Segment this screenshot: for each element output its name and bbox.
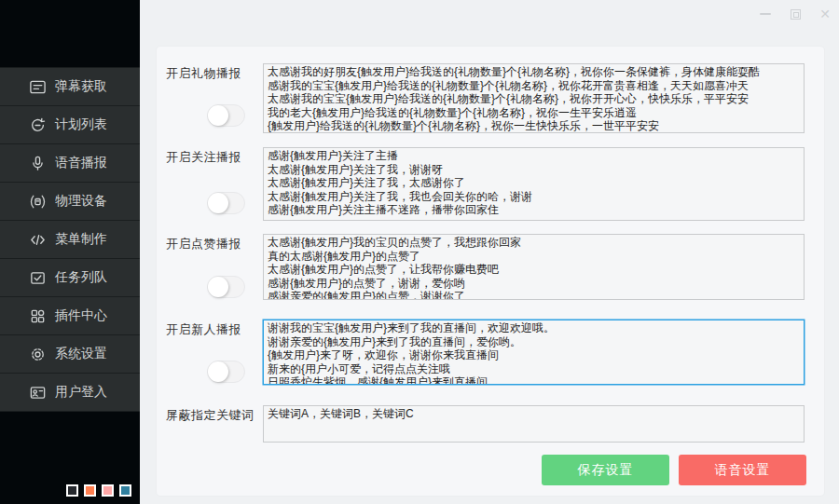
close-icon: ✕ [819,7,831,20]
close-button[interactable]: ✕ [817,6,833,22]
sidebar-item-user-login[interactable]: 用户登入 [0,374,140,412]
blocked-keywords-label: 屏蔽指定关键词 [166,407,254,424]
gift-broadcast-textarea[interactable] [263,63,805,133]
danmaku-icon [29,78,47,96]
like-broadcast-label: 开启点赞播报 [166,236,241,252]
toggle-knob [208,105,228,126]
theme-swatch-teal[interactable] [119,484,131,497]
toggle-knob [208,277,228,297]
follow-broadcast-label: 开启关注播报 [166,149,241,166]
gift-broadcast-toggle[interactable] [207,104,245,127]
theme-swatches [66,484,131,497]
gift-broadcast-label: 开启礼物播报 [166,65,241,82]
sidebar-item-label: 弹幕获取 [55,78,107,95]
sidebar-item-label: 物理设备 [55,193,107,210]
code-icon [29,231,47,249]
toggle-knob [208,193,228,213]
maximize-icon [791,9,801,20]
blocked-keywords-textarea[interactable] [263,405,805,443]
maximize-button[interactable] [787,6,804,22]
plugin-grid-icon [29,307,47,325]
newcomer-broadcast-textarea[interactable] [263,320,805,385]
sidebar-item-label: 系统设置 [55,346,107,362]
sidebar-footer [0,412,140,504]
save-settings-button[interactable]: 保存设置 [542,455,669,485]
follow-broadcast-textarea[interactable] [263,147,805,221]
sidebar-item-voice-broadcast[interactable]: 语音播报 [0,144,140,183]
theme-swatch-dark[interactable] [66,484,78,497]
sidebar-item-task-queue[interactable]: 任务列队 [0,259,140,297]
broadcast-settings-panel: 开启礼物播报 开启关注播报 开启点赞播报 开启新人播报 屏蔽指定关键词 保存设置… [157,47,824,496]
toggle-knob [208,361,228,382]
sidebar: 弹幕获取 计划列表 语音播报 物理设备 菜单制作 [0,0,140,504]
user-card-icon [29,384,47,402]
voice-settings-button[interactable]: 语音设置 [679,455,806,485]
sidebar-item-label: 插件中心 [55,307,107,324]
newcomer-broadcast-toggle[interactable] [207,361,245,383]
sidebar-item-plan-list[interactable]: 计划列表 [0,106,140,144]
microphone-icon [29,155,47,172]
sidebar-item-plugin-center[interactable]: 插件中心 [0,297,140,335]
gear-icon [29,346,47,363]
theme-swatch-pink[interactable] [102,484,114,497]
sidebar-item-label: 任务列队 [55,269,107,286]
sidebar-item-menu-maker[interactable]: 菜单制作 [0,221,140,259]
sidebar-item-label: 语音播报 [55,155,107,171]
sidebar-item-system-settings[interactable]: 系统设置 [0,335,140,374]
sidebar-header [0,0,140,67]
like-broadcast-textarea[interactable] [263,234,805,300]
minimize-icon [760,13,771,15]
plan-list-icon [29,116,47,134]
follow-broadcast-toggle[interactable] [207,192,245,214]
newcomer-broadcast-label: 开启新人播报 [166,321,241,338]
sidebar-item-danmaku[interactable]: 弹幕获取 [0,68,140,106]
minimize-button[interactable] [757,6,774,22]
like-broadcast-toggle[interactable] [207,276,245,298]
sidebar-menu: 弹幕获取 计划列表 语音播报 物理设备 菜单制作 [0,67,140,412]
sidebar-item-label: 计划列表 [55,116,107,133]
window-controls: ✕ [757,6,833,22]
task-check-icon [29,269,47,287]
sidebar-item-physical-device[interactable]: 物理设备 [0,183,140,221]
sidebar-item-label: 菜单制作 [55,231,107,248]
physical-device-icon [29,193,47,211]
theme-swatch-orange[interactable] [84,484,96,497]
sidebar-item-label: 用户登入 [55,384,107,401]
